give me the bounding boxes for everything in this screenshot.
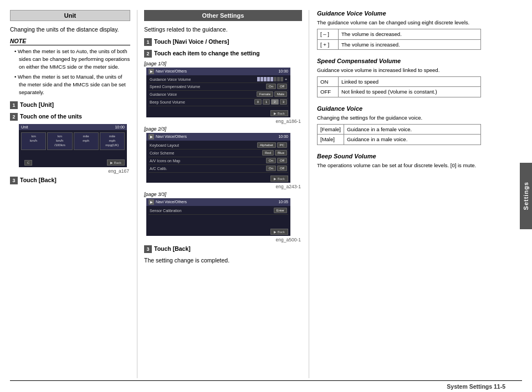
screen3-body: Sensor Calibration Enter — [146, 206, 290, 216]
screen2-row-2: Color Scheme Red Blue — [149, 149, 288, 157]
speed-compensated-body: Guidance voice volume is increased linke… — [317, 66, 481, 74]
screen1-row4-3[interactable]: 3 — [280, 99, 287, 105]
table-row: [Male] Guidance in a male voice. — [318, 135, 481, 145]
table-cell-val: Guidance in a female voice. — [344, 124, 480, 134]
screen2-row4-on[interactable]: On — [266, 166, 276, 171]
screen-3: ▶ Navi Voice/Others 10:05 Sensor Calibra… — [146, 198, 290, 236]
screen3-back-btn[interactable]: ▶ Back — [270, 229, 288, 235]
guidance-voice-volume-section: Guidance Voice Volume The guidance volum… — [317, 10, 481, 50]
step-number-2: 2 — [10, 113, 18, 121]
unit-cell-3[interactable]: milemph — [74, 132, 99, 149]
beep-sound-section: Beep Sound Volume The operations volume … — [317, 153, 481, 169]
bar-3 — [264, 77, 267, 81]
other-step-2: 2 Touch each item to change the setting — [144, 49, 302, 58]
screen1-row3-female[interactable]: Female — [257, 91, 273, 97]
guidance-voice-title: Guidance Voice — [317, 105, 481, 112]
screen2-row2-red[interactable]: Red — [262, 150, 274, 156]
note-item-1: • When the meter is set to Auto, the uni… — [14, 48, 130, 71]
screen1-back-btn[interactable]: ▶ Back — [270, 110, 288, 116]
note-title: NOTE — [10, 38, 130, 45]
page-footer: System Settings 11-5 — [10, 380, 522, 392]
screen3-caption: eng_a500-1 — [144, 237, 302, 243]
screen1-row4-0[interactable]: 0 — [254, 99, 262, 105]
unit-cell-1[interactable]: kmkm/h — [21, 132, 46, 149]
screen2-back-btn[interactable]: ▶ Back — [270, 176, 288, 182]
bar-4 — [267, 77, 270, 81]
screen1-row4-1[interactable]: 1 — [263, 99, 270, 105]
bar-2 — [260, 77, 263, 81]
page-label-1: [page 1/3] — [144, 61, 302, 66]
screen2-row-1: Keyboard Layout Alphabet PC — [149, 142, 288, 149]
screen1-row2-on[interactable]: On — [266, 84, 276, 89]
table-row: ON Linked to speed — [318, 77, 481, 87]
screen2-row4-off[interactable]: Off — [277, 166, 287, 171]
screen2-row3-off[interactable]: Off — [277, 158, 287, 163]
note-item-2: • When the meter is set to Manual, the u… — [14, 73, 130, 97]
screen1-row-2: Speed Compensated Volume On Off — [149, 83, 288, 91]
screen1-footer: ▶ Back — [270, 110, 288, 116]
other-step-num-1: 1 — [144, 38, 152, 46]
screen1-row2-off[interactable]: Off — [277, 84, 287, 89]
screen3-header-left: ▶ Navi Voice/Others — [149, 199, 187, 205]
footer-text: System Settings 11-5 — [447, 383, 505, 390]
screen2-header-left: ▶ Navi Voice/Others — [149, 134, 187, 140]
screen3-row-1: Sensor Calibration Enter — [149, 207, 288, 215]
table-row: OFF Not linked to speed (Volume is const… — [318, 87, 481, 97]
screen3-title: Navi Voice/Others — [156, 200, 187, 204]
screen1-row3-male[interactable]: Male — [274, 91, 287, 97]
unit-step-3: 3 Touch [Back] — [10, 176, 130, 184]
screen2-row3-on[interactable]: On — [266, 158, 276, 163]
screen2-container: ▶ Navi Voice/Others 10:00 Keyboard Layou… — [146, 133, 302, 183]
screen1-time: 10:00 — [278, 69, 288, 73]
bar-7 — [277, 77, 280, 81]
unit-grid: kmkm/h kmkm/h/100km milemph milemphmpg(U… — [19, 130, 127, 152]
table-cell-key: [Female] — [318, 124, 344, 134]
table-cell-val: The volume is decreased. — [339, 29, 481, 39]
screen3-row1-enter[interactable]: Enter — [274, 208, 287, 213]
screen2-row-3: A/V Icons on Map On Off — [149, 157, 288, 165]
unit-step-2-text: Touch one of the units — [20, 112, 82, 121]
unit-screen: Unit 10:00 kmkm/h kmkm/h/100km milemph m… — [19, 124, 127, 167]
screen2-row1-pc[interactable]: PC — [277, 142, 287, 148]
table-row: [ – ] The volume is decreased. — [318, 29, 481, 39]
screen1-row1-plus[interactable]: + — [285, 78, 287, 81]
screen2-row1-alphabet[interactable]: Alphabet — [257, 142, 276, 148]
table-row: [ + ] The volume is increased. — [318, 39, 481, 49]
note-section: NOTE • When the meter is set to Auto, th… — [10, 38, 130, 97]
speed-compensated-section: Speed Compensated Volume Guidance voice … — [317, 58, 481, 97]
screen1-row4-2[interactable]: 2 — [271, 99, 278, 105]
screen3-time: 10:05 — [278, 200, 288, 204]
beep-sound-title: Beep Sound Volume — [317, 153, 481, 159]
table-cell-key: [ + ] — [318, 39, 339, 49]
screen2-row2-blue[interactable]: Blue — [275, 150, 287, 156]
table-cell-val: Linked to speed — [339, 77, 481, 87]
unit-step-1: 1 Touch [Unit] — [10, 101, 130, 109]
bar-5 — [270, 77, 273, 81]
unit-cell-2[interactable]: kmkm/h/100km — [47, 132, 72, 149]
unit-section-title: Unit — [10, 10, 130, 21]
unit-screen-time: 10:00 — [115, 125, 125, 129]
speed-compensated-table: ON Linked to speed OFF Not linked to spe… — [317, 76, 481, 97]
screen-2: ▶ Navi Voice/Others 10:00 Keyboard Layou… — [146, 133, 290, 183]
page-label-3: [page 3/3] — [144, 192, 302, 197]
screen2-header: ▶ Navi Voice/Others 10:00 — [146, 133, 290, 141]
other-step-3: 3 Touch [Back] — [144, 245, 302, 253]
screen1-row1-label: Guidance Voice Volume — [150, 78, 257, 81]
beep-sound-body: The operations volume can be set at four… — [317, 162, 481, 169]
screen1-row2-label: Speed Compensated Volume — [150, 85, 266, 89]
screen1-row-3: Guidance Voice Female Male — [149, 91, 288, 99]
screen2-icon: ▶ — [149, 134, 154, 140]
unit-cell-4[interactable]: milemphmpg(UK) — [100, 132, 125, 149]
screen3-container: ▶ Navi Voice/Others 10:05 Sensor Calibra… — [146, 198, 302, 236]
table-cell-key: OFF — [318, 87, 339, 97]
guidance-voice-volume-table: [ – ] The volume is decreased. [ + ] The… — [317, 29, 481, 50]
screen2-row1-label: Keyboard Layout — [150, 143, 257, 147]
screen1-title: Navi Voice/Others — [156, 69, 187, 73]
table-cell-val: Not linked to speed (Volume is constant.… — [339, 87, 481, 97]
unit-back-button[interactable]: ▶ Back — [107, 159, 125, 166]
screen2-time: 10:00 — [278, 135, 288, 138]
screen3-header: ▶ Navi Voice/Others 10:05 — [146, 198, 290, 206]
middle-column: Other Settings Settings related to the g… — [137, 10, 309, 378]
unit-c-button[interactable]: C — [24, 160, 32, 166]
bar-1 — [257, 77, 260, 81]
